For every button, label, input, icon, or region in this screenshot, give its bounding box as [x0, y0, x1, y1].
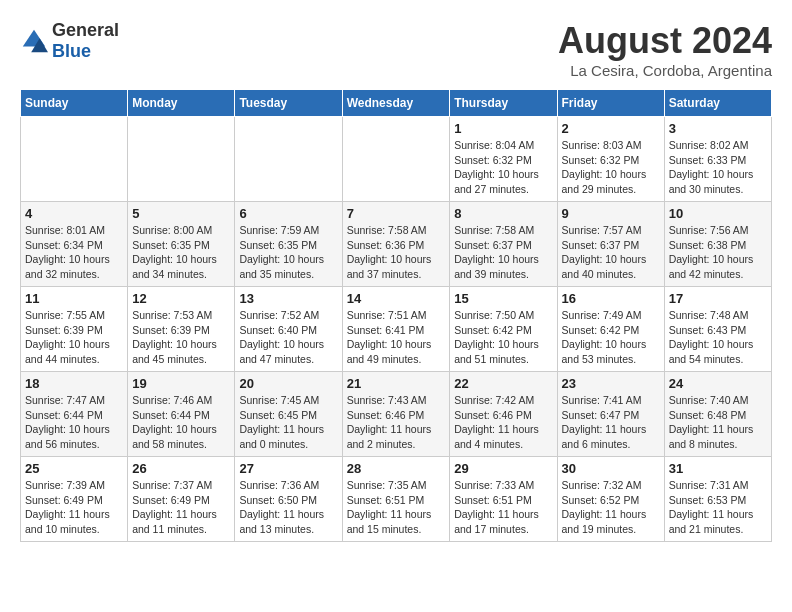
- day-number: 4: [25, 206, 123, 221]
- day-cell: 21Sunrise: 7:43 AMSunset: 6:46 PMDayligh…: [342, 372, 450, 457]
- week-row-4: 18Sunrise: 7:47 AMSunset: 6:44 PMDayligh…: [21, 372, 772, 457]
- col-tuesday: Tuesday: [235, 90, 342, 117]
- day-info: Sunrise: 7:35 AMSunset: 6:51 PMDaylight:…: [347, 478, 446, 537]
- day-cell: 28Sunrise: 7:35 AMSunset: 6:51 PMDayligh…: [342, 457, 450, 542]
- week-row-5: 25Sunrise: 7:39 AMSunset: 6:49 PMDayligh…: [21, 457, 772, 542]
- day-number: 1: [454, 121, 552, 136]
- day-cell: 9Sunrise: 7:57 AMSunset: 6:37 PMDaylight…: [557, 202, 664, 287]
- day-cell: 26Sunrise: 7:37 AMSunset: 6:49 PMDayligh…: [128, 457, 235, 542]
- day-info: Sunrise: 7:32 AMSunset: 6:52 PMDaylight:…: [562, 478, 660, 537]
- day-cell: 24Sunrise: 7:40 AMSunset: 6:48 PMDayligh…: [664, 372, 771, 457]
- calendar-header: Sunday Monday Tuesday Wednesday Thursday…: [21, 90, 772, 117]
- day-info: Sunrise: 7:45 AMSunset: 6:45 PMDaylight:…: [239, 393, 337, 452]
- day-info: Sunrise: 7:43 AMSunset: 6:46 PMDaylight:…: [347, 393, 446, 452]
- day-info: Sunrise: 8:03 AMSunset: 6:32 PMDaylight:…: [562, 138, 660, 197]
- col-wednesday: Wednesday: [342, 90, 450, 117]
- col-sunday: Sunday: [21, 90, 128, 117]
- week-row-1: 1Sunrise: 8:04 AMSunset: 6:32 PMDaylight…: [21, 117, 772, 202]
- day-number: 2: [562, 121, 660, 136]
- day-cell: 14Sunrise: 7:51 AMSunset: 6:41 PMDayligh…: [342, 287, 450, 372]
- day-number: 31: [669, 461, 767, 476]
- day-cell: 22Sunrise: 7:42 AMSunset: 6:46 PMDayligh…: [450, 372, 557, 457]
- day-number: 30: [562, 461, 660, 476]
- day-number: 22: [454, 376, 552, 391]
- day-cell: 7Sunrise: 7:58 AMSunset: 6:36 PMDaylight…: [342, 202, 450, 287]
- col-saturday: Saturday: [664, 90, 771, 117]
- day-cell: [128, 117, 235, 202]
- day-number: 20: [239, 376, 337, 391]
- day-number: 18: [25, 376, 123, 391]
- day-info: Sunrise: 8:01 AMSunset: 6:34 PMDaylight:…: [25, 223, 123, 282]
- day-info: Sunrise: 7:37 AMSunset: 6:49 PMDaylight:…: [132, 478, 230, 537]
- day-info: Sunrise: 7:58 AMSunset: 6:36 PMDaylight:…: [347, 223, 446, 282]
- day-cell: 30Sunrise: 7:32 AMSunset: 6:52 PMDayligh…: [557, 457, 664, 542]
- week-row-2: 4Sunrise: 8:01 AMSunset: 6:34 PMDaylight…: [21, 202, 772, 287]
- day-cell: 11Sunrise: 7:55 AMSunset: 6:39 PMDayligh…: [21, 287, 128, 372]
- col-friday: Friday: [557, 90, 664, 117]
- day-cell: 3Sunrise: 8:02 AMSunset: 6:33 PMDaylight…: [664, 117, 771, 202]
- logo: General Blue: [20, 20, 119, 62]
- week-row-3: 11Sunrise: 7:55 AMSunset: 6:39 PMDayligh…: [21, 287, 772, 372]
- day-cell: 12Sunrise: 7:53 AMSunset: 6:39 PMDayligh…: [128, 287, 235, 372]
- day-number: 17: [669, 291, 767, 306]
- day-info: Sunrise: 7:31 AMSunset: 6:53 PMDaylight:…: [669, 478, 767, 537]
- day-info: Sunrise: 7:59 AMSunset: 6:35 PMDaylight:…: [239, 223, 337, 282]
- day-number: 16: [562, 291, 660, 306]
- day-info: Sunrise: 7:41 AMSunset: 6:47 PMDaylight:…: [562, 393, 660, 452]
- col-thursday: Thursday: [450, 90, 557, 117]
- day-number: 23: [562, 376, 660, 391]
- day-cell: 13Sunrise: 7:52 AMSunset: 6:40 PMDayligh…: [235, 287, 342, 372]
- day-info: Sunrise: 7:58 AMSunset: 6:37 PMDaylight:…: [454, 223, 552, 282]
- day-number: 6: [239, 206, 337, 221]
- day-number: 5: [132, 206, 230, 221]
- page-header: General Blue August 2024 La Cesira, Cord…: [20, 20, 772, 79]
- day-cell: 19Sunrise: 7:46 AMSunset: 6:44 PMDayligh…: [128, 372, 235, 457]
- day-info: Sunrise: 8:02 AMSunset: 6:33 PMDaylight:…: [669, 138, 767, 197]
- title-block: August 2024 La Cesira, Cordoba, Argentin…: [558, 20, 772, 79]
- day-number: 27: [239, 461, 337, 476]
- day-cell: 4Sunrise: 8:01 AMSunset: 6:34 PMDaylight…: [21, 202, 128, 287]
- day-cell: 17Sunrise: 7:48 AMSunset: 6:43 PMDayligh…: [664, 287, 771, 372]
- day-info: Sunrise: 7:57 AMSunset: 6:37 PMDaylight:…: [562, 223, 660, 282]
- day-cell: 5Sunrise: 8:00 AMSunset: 6:35 PMDaylight…: [128, 202, 235, 287]
- day-number: 12: [132, 291, 230, 306]
- day-number: 14: [347, 291, 446, 306]
- day-cell: 15Sunrise: 7:50 AMSunset: 6:42 PMDayligh…: [450, 287, 557, 372]
- day-info: Sunrise: 7:33 AMSunset: 6:51 PMDaylight:…: [454, 478, 552, 537]
- day-number: 9: [562, 206, 660, 221]
- weekday-header-row: Sunday Monday Tuesday Wednesday Thursday…: [21, 90, 772, 117]
- day-number: 13: [239, 291, 337, 306]
- day-number: 8: [454, 206, 552, 221]
- day-cell: [235, 117, 342, 202]
- day-number: 7: [347, 206, 446, 221]
- day-info: Sunrise: 7:50 AMSunset: 6:42 PMDaylight:…: [454, 308, 552, 367]
- day-cell: 25Sunrise: 7:39 AMSunset: 6:49 PMDayligh…: [21, 457, 128, 542]
- day-number: 11: [25, 291, 123, 306]
- day-info: Sunrise: 8:00 AMSunset: 6:35 PMDaylight:…: [132, 223, 230, 282]
- day-info: Sunrise: 7:47 AMSunset: 6:44 PMDaylight:…: [25, 393, 123, 452]
- day-cell: 27Sunrise: 7:36 AMSunset: 6:50 PMDayligh…: [235, 457, 342, 542]
- day-number: 29: [454, 461, 552, 476]
- day-cell: [342, 117, 450, 202]
- logo-blue: Blue: [52, 41, 91, 61]
- calendar-table: Sunday Monday Tuesday Wednesday Thursday…: [20, 89, 772, 542]
- day-cell: 29Sunrise: 7:33 AMSunset: 6:51 PMDayligh…: [450, 457, 557, 542]
- day-info: Sunrise: 7:40 AMSunset: 6:48 PMDaylight:…: [669, 393, 767, 452]
- day-number: 25: [25, 461, 123, 476]
- day-number: 24: [669, 376, 767, 391]
- day-cell: [21, 117, 128, 202]
- day-number: 26: [132, 461, 230, 476]
- day-cell: 1Sunrise: 8:04 AMSunset: 6:32 PMDaylight…: [450, 117, 557, 202]
- day-cell: 2Sunrise: 8:03 AMSunset: 6:32 PMDaylight…: [557, 117, 664, 202]
- day-info: Sunrise: 7:48 AMSunset: 6:43 PMDaylight:…: [669, 308, 767, 367]
- month-title: August 2024: [558, 20, 772, 62]
- day-number: 15: [454, 291, 552, 306]
- day-info: Sunrise: 7:36 AMSunset: 6:50 PMDaylight:…: [239, 478, 337, 537]
- day-cell: 8Sunrise: 7:58 AMSunset: 6:37 PMDaylight…: [450, 202, 557, 287]
- day-info: Sunrise: 7:39 AMSunset: 6:49 PMDaylight:…: [25, 478, 123, 537]
- day-number: 3: [669, 121, 767, 136]
- day-info: Sunrise: 7:56 AMSunset: 6:38 PMDaylight:…: [669, 223, 767, 282]
- day-cell: 23Sunrise: 7:41 AMSunset: 6:47 PMDayligh…: [557, 372, 664, 457]
- day-cell: 20Sunrise: 7:45 AMSunset: 6:45 PMDayligh…: [235, 372, 342, 457]
- day-number: 19: [132, 376, 230, 391]
